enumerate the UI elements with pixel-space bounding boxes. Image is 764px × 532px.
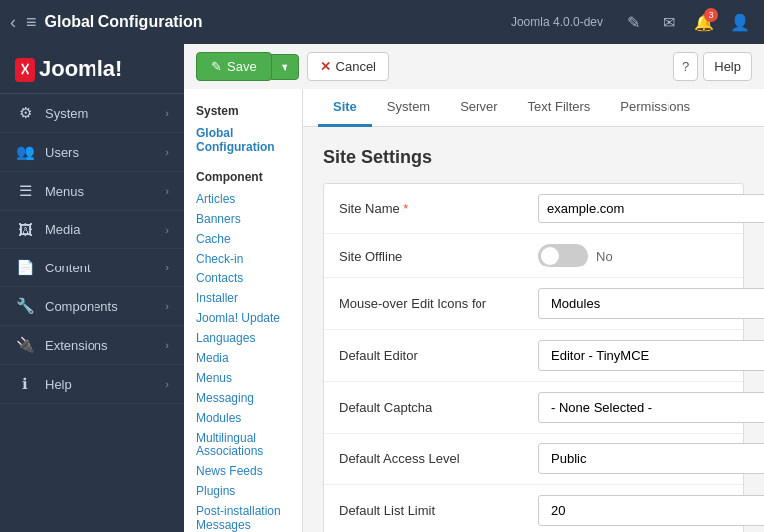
sidebar-item-extensions[interactable]: 🔌 Extensions › bbox=[0, 326, 184, 365]
sub-nav-menus[interactable]: Menus bbox=[184, 368, 302, 388]
save-label: Save bbox=[227, 59, 257, 74]
users-icon: 👥 bbox=[15, 143, 35, 161]
sub-nav-plugins[interactable]: Plugins bbox=[184, 481, 302, 501]
tab-text-filters[interactable]: Text Filters bbox=[512, 89, 605, 127]
settings-title: Site Settings bbox=[323, 147, 744, 168]
sub-nav-global-config[interactable]: GlobalConfiguration bbox=[184, 123, 302, 157]
site-offline-row: Site Offline No bbox=[324, 234, 743, 278]
main-layout: ☓Joomla! ⚙ System › 👥 Users › ☰ Menus › … bbox=[0, 44, 764, 532]
sub-nav-cache[interactable]: Cache bbox=[184, 229, 302, 249]
menu-toggle-icon[interactable]: ≡ bbox=[26, 12, 37, 33]
required-marker: * bbox=[403, 201, 408, 216]
sub-nav-checkin[interactable]: Check-in bbox=[184, 249, 302, 268]
logo-area: ☓Joomla! bbox=[0, 44, 184, 94]
tab-site[interactable]: Site bbox=[318, 89, 372, 127]
default-list-limit-label: Default List Limit bbox=[339, 503, 538, 518]
save-icon: ✎ bbox=[211, 59, 222, 74]
chevron-right-icon: › bbox=[165, 262, 169, 273]
toggle-slider bbox=[538, 244, 588, 267]
sidebar-item-label: Menus bbox=[45, 184, 165, 199]
save-button[interactable]: ✎ Save bbox=[196, 52, 272, 81]
cancel-icon: ✕ bbox=[320, 59, 331, 74]
chevron-right-icon: › bbox=[165, 224, 169, 236]
sidebar-item-menus[interactable]: ☰ Menus › bbox=[0, 172, 184, 211]
sub-nav-media[interactable]: Media bbox=[184, 348, 302, 368]
cancel-button[interactable]: ✕ Cancel bbox=[307, 52, 389, 81]
sidebar-item-label: Media bbox=[45, 222, 165, 237]
sub-nav-contacts[interactable]: Contacts bbox=[184, 268, 302, 288]
joomla-j-icon: ☓ bbox=[15, 58, 35, 82]
site-name-label: Site Name * bbox=[339, 201, 538, 216]
mouseover-row: Mouse-over Edit Icons for Modules Conten… bbox=[324, 278, 743, 330]
sub-nav-banners[interactable]: Banners bbox=[184, 209, 302, 229]
default-editor-label: Default Editor bbox=[339, 348, 538, 363]
default-captcha-control: - None Selected - ReCaptcha bbox=[538, 392, 764, 423]
default-access-select[interactable]: Public Registered Special bbox=[538, 443, 764, 474]
sub-nav-postinstall[interactable]: Post-installation Messages bbox=[184, 501, 302, 532]
default-captcha-label: Default Captcha bbox=[339, 400, 538, 415]
tab-permissions[interactable]: Permissions bbox=[605, 89, 705, 127]
mouseover-control: Modules Content Both bbox=[538, 288, 764, 319]
question-button[interactable]: ? bbox=[673, 52, 698, 81]
save-dropdown-button[interactable]: ▼ bbox=[271, 54, 299, 80]
inner-layout: System GlobalConfiguration Component Art… bbox=[184, 89, 764, 532]
tab-server[interactable]: Server bbox=[445, 89, 512, 127]
tab-system[interactable]: System bbox=[372, 89, 445, 127]
site-name-row: Site Name * bbox=[324, 184, 743, 234]
default-list-limit-select[interactable]: 5 10 15 20 25 50 100 bbox=[538, 495, 764, 526]
header-icons: Joomla 4.0.0-dev ✎ ✉ 🔔 3 👤 bbox=[511, 8, 754, 36]
version-label: Joomla 4.0.0-dev bbox=[511, 15, 603, 29]
sub-nav-languages[interactable]: Languages bbox=[184, 328, 302, 348]
email-icon-button[interactable]: ✉ bbox=[655, 8, 682, 36]
help-icon: ℹ bbox=[15, 375, 35, 393]
edit-icon-button[interactable]: ✎ bbox=[619, 8, 647, 36]
sub-nav: System GlobalConfiguration Component Art… bbox=[184, 89, 303, 532]
sub-nav-joomla-update[interactable]: Joomla! Update bbox=[184, 308, 302, 328]
site-offline-control: No bbox=[538, 244, 728, 267]
toolbar-right: ? Help bbox=[673, 52, 752, 81]
default-editor-select[interactable]: Editor - TinyMCE Editor - CodeMirror No … bbox=[538, 340, 764, 371]
default-access-row: Default Access Level Public Registered S… bbox=[324, 434, 743, 485]
help-button[interactable]: Help bbox=[703, 52, 752, 81]
sub-nav-messaging[interactable]: Messaging bbox=[184, 388, 302, 408]
site-name-control bbox=[538, 194, 764, 223]
sidebar-item-label: Components bbox=[45, 299, 165, 314]
site-name-input[interactable] bbox=[538, 194, 764, 223]
sidebar: ☓Joomla! ⚙ System › 👥 Users › ☰ Menus › … bbox=[0, 44, 184, 532]
default-list-limit-control: 5 10 15 20 25 50 100 bbox=[538, 495, 764, 526]
extensions-icon: 🔌 bbox=[15, 336, 35, 354]
system-section-label: System bbox=[184, 99, 302, 123]
settings-panel: Site Name * Site Offline bbox=[323, 183, 744, 532]
sub-nav-articles[interactable]: Articles bbox=[184, 189, 302, 209]
sub-nav-modules[interactable]: Modules bbox=[184, 408, 302, 428]
sidebar-item-components[interactable]: 🔧 Components › bbox=[0, 287, 184, 326]
offline-toggle[interactable] bbox=[538, 244, 588, 267]
default-captcha-select[interactable]: - None Selected - ReCaptcha bbox=[538, 392, 764, 423]
page-title: Global Configuration bbox=[45, 13, 511, 31]
user-icon-button[interactable]: 👤 bbox=[726, 8, 754, 36]
content-area: ✎ Save ▼ ✕ Cancel ? Help System GlobalCo… bbox=[184, 44, 764, 532]
tabs-bar: Site System Server Text Filters Permissi… bbox=[303, 89, 764, 127]
chevron-right-icon: › bbox=[165, 378, 169, 390]
sidebar-item-label: Extensions bbox=[45, 338, 165, 353]
sidebar-item-system[interactable]: ⚙ System › bbox=[0, 94, 184, 133]
bell-icon-button[interactable]: 🔔 3 bbox=[690, 8, 718, 36]
back-button[interactable]: ‹ bbox=[10, 12, 16, 33]
sidebar-item-help[interactable]: ℹ Help › bbox=[0, 365, 184, 404]
settings-area: Site Settings Site Name * bbox=[303, 127, 764, 532]
sidebar-item-media[interactable]: 🖼 Media › bbox=[0, 211, 184, 249]
components-icon: 🔧 bbox=[15, 297, 35, 315]
sidebar-item-users[interactable]: 👥 Users › bbox=[0, 133, 184, 172]
sub-nav-installer[interactable]: Installer bbox=[184, 288, 302, 308]
site-offline-label: Site Offline bbox=[339, 249, 538, 264]
toggle-label-text: No bbox=[596, 249, 613, 264]
sub-nav-newsfeeds[interactable]: News Feeds bbox=[184, 461, 302, 481]
menus-icon: ☰ bbox=[15, 182, 35, 200]
sub-nav-multilingual[interactable]: Multilingual Associations bbox=[184, 428, 302, 461]
chevron-right-icon: › bbox=[165, 185, 169, 197]
chevron-right-icon: › bbox=[165, 339, 169, 351]
mouseover-select[interactable]: Modules Content Both bbox=[538, 288, 764, 319]
toolbar: ✎ Save ▼ ✕ Cancel ? Help bbox=[184, 44, 764, 89]
default-editor-control: Editor - TinyMCE Editor - CodeMirror No … bbox=[538, 340, 764, 371]
sidebar-item-content[interactable]: 📄 Content › bbox=[0, 249, 184, 287]
